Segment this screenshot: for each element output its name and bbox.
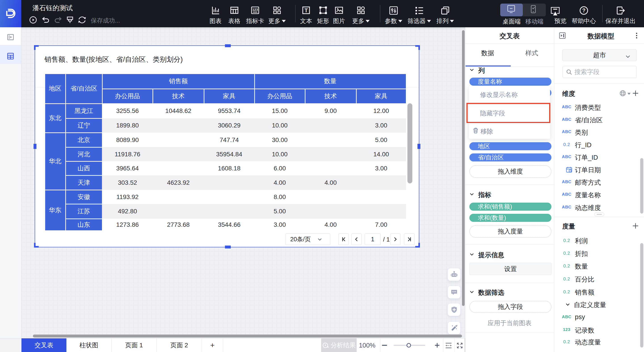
svg-text:123: 123: [252, 8, 258, 12]
svg-text:?: ?: [582, 8, 586, 14]
